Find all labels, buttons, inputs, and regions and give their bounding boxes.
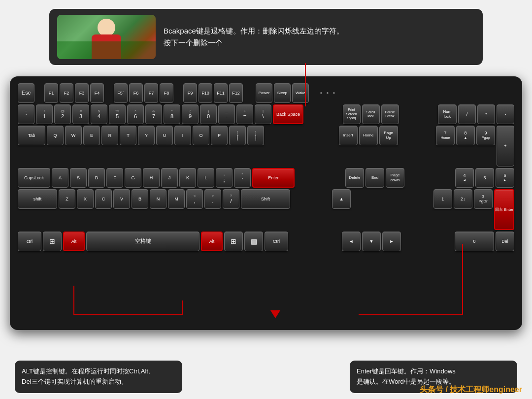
key-y[interactable]: Y: [138, 126, 155, 145]
key-menu[interactable]: ▤: [244, 232, 263, 251]
key-f11[interactable]: F11: [214, 83, 228, 103]
key-space[interactable]: 空格键: [86, 232, 200, 251]
key-e[interactable]: E: [83, 126, 100, 145]
key-4[interactable]: $4: [91, 104, 107, 124]
key-f8[interactable]: F8: [160, 83, 173, 103]
key-num-plus[interactable]: +: [497, 126, 514, 166]
key-num2[interactable]: 2↓: [454, 189, 472, 209]
key-t[interactable]: T: [120, 126, 136, 145]
key-num1[interactable]: 1: [433, 189, 452, 209]
key-arrow-right[interactable]: ►: [382, 232, 401, 251]
key-num-slash[interactable]: /: [458, 104, 476, 124]
key-num0[interactable]: 0: [455, 232, 494, 251]
key-arrow-left[interactable]: ◄: [342, 232, 361, 251]
key-lwin[interactable]: ⊞: [43, 232, 62, 251]
key-tilde[interactable]: ~`: [18, 104, 34, 124]
key-arrow-down[interactable]: ▼: [362, 232, 381, 251]
key-numpad-enter[interactable]: 回车 Enter: [494, 189, 514, 230]
key-5[interactable]: %5: [109, 104, 126, 124]
key-8[interactable]: *8: [164, 104, 180, 124]
key-num7[interactable]: 7Home: [436, 126, 455, 145]
key-power[interactable]: Power: [256, 83, 272, 103]
key-num8[interactable]: 8▲: [456, 126, 475, 145]
key-7[interactable]: &7: [145, 104, 162, 124]
key-num-minus[interactable]: -: [497, 104, 514, 124]
key-tab[interactable]: Tab: [18, 126, 45, 145]
key-quote[interactable]: "': [234, 168, 251, 188]
key-r[interactable]: R: [101, 126, 118, 145]
key-rctrl[interactable]: Ctrl: [265, 232, 288, 251]
key-f12[interactable]: F12: [229, 83, 243, 103]
key-g[interactable]: G: [125, 168, 141, 188]
key-lctrl[interactable]: ctrl: [18, 232, 41, 251]
key-f10[interactable]: F10: [199, 83, 212, 103]
key-f5[interactable]: F5`: [114, 83, 128, 103]
key-delete[interactable]: Delete: [345, 168, 364, 188]
key-f6[interactable]: F6: [129, 83, 143, 103]
key-w[interactable]: W: [65, 126, 82, 145]
key-end[interactable]: End: [366, 168, 384, 188]
key-arrow-up[interactable]: ▲: [332, 189, 351, 209]
key-f9[interactable]: F9: [183, 83, 197, 103]
key-rbracket[interactable]: }]: [247, 126, 264, 145]
key-f[interactable]: F: [106, 168, 123, 188]
key-esc[interactable]: Esc: [18, 83, 34, 103]
key-6[interactable]: ^6: [127, 104, 144, 124]
key-0[interactable]: )0: [200, 104, 217, 124]
key-q[interactable]: Q: [47, 126, 64, 145]
key-num4[interactable]: 4◄: [455, 168, 474, 188]
key-h[interactable]: H: [143, 168, 160, 188]
key-numlock[interactable]: Numlock: [438, 104, 457, 124]
key-1[interactable]: !1: [36, 104, 53, 124]
key-home[interactable]: Home: [359, 126, 378, 145]
key-num9[interactable]: 9Pgup: [476, 126, 495, 145]
key-d[interactable]: D: [88, 168, 105, 188]
key-pause[interactable]: PauseBreak: [381, 104, 399, 124]
key-num6[interactable]: 6►: [496, 168, 514, 188]
key-m[interactable]: M: [168, 189, 185, 209]
key-j[interactable]: J: [161, 168, 178, 188]
key-f7[interactable]: F7: [144, 83, 158, 103]
key-scroll-lock[interactable]: Scrolllock: [362, 104, 380, 124]
key-semicolon[interactable]: :;: [216, 168, 233, 188]
key-a[interactable]: A: [52, 168, 68, 188]
key-num3[interactable]: 3PgDr: [474, 189, 493, 209]
key-backslash[interactable]: |\: [255, 104, 271, 124]
key-x[interactable]: X: [77, 189, 94, 209]
key-l[interactable]: L: [198, 168, 214, 188]
key-pagedown[interactable]: Pagedown: [386, 168, 404, 188]
key-num-star[interactable]: *: [477, 104, 495, 124]
key-f1[interactable]: F1: [44, 83, 58, 103]
key-2[interactable]: @2: [54, 104, 71, 124]
key-backspace[interactable]: Back Space: [273, 104, 303, 124]
key-pageup[interactable]: PageUp: [379, 126, 398, 145]
key-f2[interactable]: F2: [60, 83, 73, 103]
key-minus[interactable]: _-: [218, 104, 235, 124]
key-i[interactable]: I: [174, 126, 191, 145]
key-3[interactable]: #3: [72, 104, 89, 124]
key-s[interactable]: S: [70, 168, 87, 188]
key-wake[interactable]: Wake: [292, 83, 309, 103]
key-rwin[interactable]: ⊞: [224, 232, 243, 251]
key-k[interactable]: K: [179, 168, 196, 188]
key-print-screen[interactable]: PrintScreenSysrq: [343, 104, 361, 124]
key-o[interactable]: O: [193, 126, 209, 145]
key-capslock[interactable]: CapsLock: [18, 168, 50, 188]
key-lshift[interactable]: shift: [18, 189, 57, 209]
key-c[interactable]: C: [95, 189, 112, 209]
key-period[interactable]: >.: [204, 189, 221, 209]
key-sleep[interactable]: Sleep: [274, 83, 291, 103]
key-num-del[interactable]: Del: [496, 232, 514, 251]
key-f3[interactable]: F3: [75, 83, 89, 103]
key-u[interactable]: U: [156, 126, 173, 145]
key-f4[interactable]: F4: [90, 83, 104, 103]
key-insert[interactable]: Insert: [339, 126, 358, 145]
key-comma[interactable]: <,: [186, 189, 203, 209]
key-lalt[interactable]: Alt: [63, 232, 85, 251]
key-slash[interactable]: ?/: [223, 189, 239, 209]
key-rshift[interactable]: Shift: [241, 189, 290, 209]
key-num5[interactable]: 5: [475, 168, 494, 188]
key-lbracket[interactable]: {[: [229, 126, 246, 145]
key-n[interactable]: N: [150, 189, 166, 209]
key-9[interactable]: (9: [182, 104, 199, 124]
